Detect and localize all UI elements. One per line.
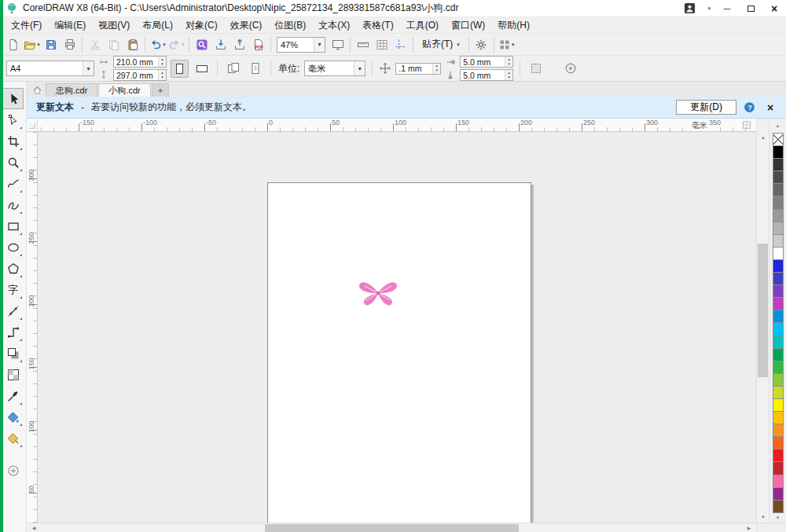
vertical-ruler[interactable]: 30025020015010050 <box>27 132 38 523</box>
tab-zhonggou[interactable]: 忠狗.cdr <box>46 83 97 97</box>
color-swatch[interactable] <box>773 247 784 260</box>
shape-tool[interactable] <box>2 109 24 130</box>
color-swatch[interactable] <box>773 487 784 501</box>
menu-table[interactable]: 表格(T) <box>356 17 399 34</box>
bow-shape[interactable] <box>357 277 399 310</box>
horizontal-ruler[interactable]: 毫米 -150-100-50050100150200250300350 <box>38 119 756 132</box>
zoom-level-combo[interactable]: 47%▾ <box>277 37 325 53</box>
palette-scroll-up-button[interactable]: ▲ <box>769 119 786 132</box>
search-content-button[interactable] <box>193 35 211 53</box>
update-text-button[interactable]: 更新(D) <box>676 100 736 115</box>
open-button[interactable]: ▾ <box>23 35 41 53</box>
quick-customize-button[interactable] <box>561 60 579 78</box>
chevron-down-icon[interactable]: ▾ <box>83 61 94 75</box>
drawing-canvas[interactable] <box>38 132 756 523</box>
application-launcher-dropdown[interactable]: ▾ <box>498 35 516 53</box>
paste-button[interactable] <box>123 35 141 53</box>
color-swatch[interactable] <box>773 361 784 374</box>
color-swatch[interactable] <box>773 475 784 488</box>
spinner-buttons[interactable]: ▲▼ <box>505 70 512 80</box>
chevron-down-icon[interactable]: ▾ <box>314 38 325 52</box>
polygon-tool[interactable] <box>2 258 24 279</box>
transparency-tool[interactable] <box>2 364 24 385</box>
page-size-combo[interactable]: A4 ▾ <box>6 61 94 76</box>
spinner-buttons[interactable]: ▲▼ <box>505 57 512 67</box>
undo-button[interactable]: ▾ <box>149 35 167 53</box>
menu-tools[interactable]: 工具(O) <box>400 17 445 34</box>
menu-file[interactable]: 文件(F) <box>5 17 48 34</box>
help-icon[interactable]: ? <box>744 101 755 113</box>
show-guidelines-button[interactable] <box>391 35 410 53</box>
nudge-offset-field[interactable]: .1 mm ▲▼ <box>395 63 441 75</box>
page-a4[interactable] <box>267 182 531 523</box>
spinner-buttons[interactable]: ▲▼ <box>158 57 166 67</box>
welcome-screen-button[interactable] <box>28 83 46 97</box>
color-swatch[interactable] <box>773 158 784 171</box>
scroll-left-button[interactable]: ◀ <box>28 523 39 532</box>
color-swatch[interactable] <box>773 398 784 412</box>
color-swatch[interactable] <box>773 310 784 323</box>
menu-help[interactable]: 帮助(H) <box>491 17 536 34</box>
interactive-fill-tool[interactable] <box>2 406 24 427</box>
menu-text[interactable]: 文本(X) <box>312 17 356 34</box>
color-eyedropper-tool[interactable] <box>2 385 24 406</box>
duplicate-x-field[interactable]: 5.0 mm ▲▼ <box>460 56 513 68</box>
color-swatch[interactable] <box>773 411 784 424</box>
account-icon[interactable] <box>679 2 700 16</box>
portrait-button[interactable] <box>171 60 189 78</box>
customize-toolbox-button[interactable] <box>2 460 24 481</box>
color-swatch[interactable] <box>773 461 784 475</box>
color-swatch[interactable] <box>773 336 784 349</box>
treat-as-filled-button[interactable] <box>527 60 545 78</box>
snap-to-dropdown[interactable]: 贴齐(T)▾ <box>417 36 465 53</box>
new-tab-button[interactable]: + <box>152 83 169 97</box>
maximize-button[interactable] <box>739 0 762 17</box>
color-swatch[interactable] <box>773 222 784 235</box>
redo-button[interactable]: ▾ <box>167 35 185 53</box>
chevron-down-icon[interactable]: ▾ <box>354 61 365 75</box>
color-swatch[interactable] <box>773 348 784 361</box>
publish-pdf-button[interactable]: PDF <box>249 35 267 53</box>
pick-tool[interactable] <box>2 88 24 109</box>
menu-effects[interactable]: 效果(C) <box>224 17 269 34</box>
color-swatch[interactable] <box>773 183 784 196</box>
color-swatch[interactable] <box>773 284 784 298</box>
horizontal-scroll-thumb[interactable] <box>265 524 519 532</box>
chevron-down-icon[interactable]: ▾ <box>163 42 166 48</box>
horizontal-scrollbar[interactable]: ◀ ▶ <box>27 523 786 532</box>
color-swatch[interactable] <box>773 500 784 513</box>
import-button[interactable] <box>211 35 230 53</box>
ellipse-tool[interactable] <box>2 237 24 258</box>
landscape-button[interactable] <box>193 60 211 78</box>
options-button[interactable] <box>472 35 490 53</box>
freehand-tool[interactable] <box>2 173 24 194</box>
rectangle-tool[interactable] <box>2 215 24 237</box>
text-tool[interactable]: 字 <box>2 279 24 300</box>
page-width-field[interactable]: 210.0 mm ▲▼ <box>113 56 167 68</box>
vertical-scrollbar[interactable]: ▲ ▼ <box>756 132 769 523</box>
close-button[interactable]: × <box>762 0 786 17</box>
chevron-down-icon[interactable]: ▾ <box>37 42 40 48</box>
units-combo[interactable]: 毫米 ▾ <box>304 61 365 76</box>
show-grid-button[interactable] <box>373 35 391 53</box>
all-pages-button[interactable] <box>224 60 242 78</box>
color-swatch[interactable] <box>773 171 784 184</box>
color-swatch[interactable] <box>773 424 784 437</box>
menu-layout[interactable]: 布局(L) <box>136 17 179 34</box>
color-swatch[interactable] <box>773 297 784 310</box>
color-swatch[interactable] <box>773 272 784 285</box>
color-swatch[interactable] <box>773 259 784 273</box>
zoom-tool[interactable] <box>2 152 24 173</box>
ruler-origin-corner[interactable] <box>27 119 38 132</box>
color-swatch[interactable] <box>773 234 784 248</box>
crop-tool[interactable] <box>2 130 24 152</box>
menu-edit[interactable]: 编辑(E) <box>48 17 92 34</box>
scroll-right-button[interactable]: ▶ <box>744 523 755 532</box>
color-swatch[interactable] <box>773 449 784 462</box>
smart-fill-tool[interactable] <box>2 427 24 449</box>
print-button[interactable] <box>61 35 79 53</box>
chevron-down-icon[interactable]: ▾ <box>707 6 711 12</box>
parallel-dimension-tool[interactable] <box>2 300 24 321</box>
scroll-down-button[interactable]: ▼ <box>757 512 769 523</box>
fullscreen-preview-button[interactable] <box>329 35 347 53</box>
